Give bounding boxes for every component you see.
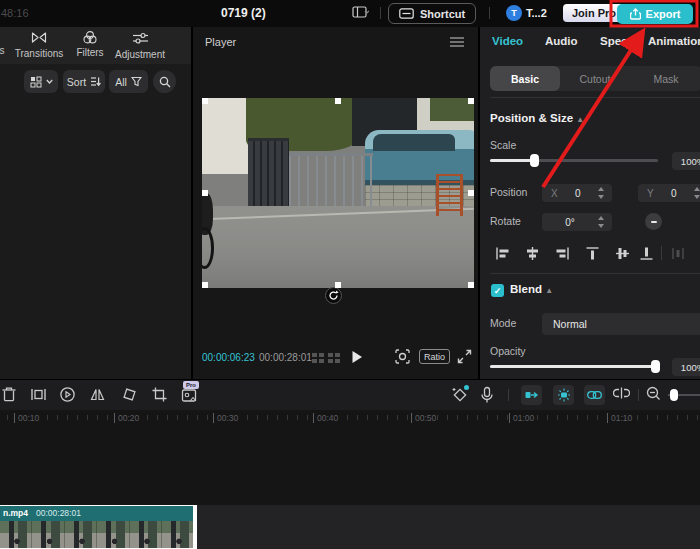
video-preview[interactable] xyxy=(202,98,474,288)
tab-video[interactable]: Video xyxy=(492,35,523,47)
rotate-icon[interactable] xyxy=(121,386,139,404)
align-center-h-icon[interactable] xyxy=(524,245,541,262)
transform-handle[interactable] xyxy=(468,98,474,104)
stepper-icon[interactable] xyxy=(598,216,607,228)
shortcut-button[interactable]: Shortcut xyxy=(388,3,476,24)
ratio-button[interactable]: Ratio xyxy=(419,349,450,364)
timeline-clip[interactable]: n.mp4 00:00:28:01 xyxy=(0,505,197,549)
transform-handle[interactable] xyxy=(202,98,208,104)
flash-icon[interactable] xyxy=(553,385,574,405)
transform-handle[interactable] xyxy=(335,98,341,104)
opacity-value[interactable]: 100% xyxy=(672,358,700,376)
subtab-basic[interactable]: Basic xyxy=(490,66,560,91)
join-pro-button[interactable]: Join Pro xyxy=(563,4,625,22)
tab-adjustment[interactable]: Adjustment xyxy=(112,30,168,60)
divider xyxy=(490,273,700,274)
chevron-up-icon: ▲ xyxy=(545,286,553,295)
sort-button[interactable]: Sort xyxy=(63,70,105,93)
align-top-icon[interactable] xyxy=(584,245,601,262)
align-bottom-icon[interactable] xyxy=(638,245,655,262)
stepper-icon[interactable] xyxy=(598,187,607,199)
align-right-icon[interactable] xyxy=(554,245,571,262)
position-x-input[interactable]: X 0 xyxy=(542,184,612,202)
tab-filters[interactable]: Filters xyxy=(70,30,110,58)
zoom-slider-knob[interactable] xyxy=(670,389,678,401)
subtab-mask[interactable]: Mask xyxy=(630,66,700,91)
sort-label: Sort xyxy=(67,76,86,88)
divider xyxy=(490,97,700,98)
scale-slider-knob[interactable] xyxy=(530,154,539,167)
search-button[interactable] xyxy=(153,70,176,93)
search-icon xyxy=(159,76,171,88)
opacity-slider-knob[interactable] xyxy=(651,360,660,373)
mirror-icon[interactable] xyxy=(89,386,107,404)
tab-transitions[interactable]: Transitions xyxy=(10,30,68,59)
subtab-cutout[interactable]: Cutout xyxy=(560,66,630,91)
filter-button[interactable]: All xyxy=(109,70,148,93)
link-icon[interactable] xyxy=(584,385,605,405)
top-bar: 48:16 0719 (2) Shortcut T T...2 Join Pro… xyxy=(0,0,700,27)
tab-speed[interactable]: Speed xyxy=(600,35,635,47)
blend-checkbox[interactable]: ✓ xyxy=(491,284,504,297)
align-middle-v-icon[interactable] xyxy=(614,245,631,262)
timeline-ruler[interactable]: 00:10 00:20 00:30 00:40 00:50 01:00 01:1… xyxy=(0,411,700,427)
blend-mode-value: Normal xyxy=(553,318,587,330)
filter-funnel-icon xyxy=(131,76,142,87)
view-mode-button[interactable] xyxy=(24,70,58,93)
account-name[interactable]: T...2 xyxy=(526,7,547,19)
unlink-icon[interactable] xyxy=(613,386,631,404)
join-pro-label: Join Pro xyxy=(572,7,616,19)
position-size-header[interactable]: Position & Size ▲ xyxy=(490,112,584,124)
media-panel: s Transitions Filters Adjustment xyxy=(0,27,191,379)
zoom-out-icon[interactable] xyxy=(646,386,664,404)
transform-handle[interactable] xyxy=(202,282,208,288)
avatar[interactable]: T xyxy=(506,5,522,21)
align-left-icon[interactable] xyxy=(494,245,511,262)
app-root: 48:16 0719 (2) Shortcut T T...2 Join Pro… xyxy=(0,0,700,549)
scale-slider[interactable] xyxy=(490,159,658,162)
play-icon[interactable] xyxy=(351,350,363,364)
blend-header[interactable]: Blend ▲ xyxy=(510,283,553,295)
blend-mode-label: Mode xyxy=(490,317,516,329)
video-track: n.mp4 00:00:28:01 xyxy=(0,505,700,549)
topbar-divider xyxy=(380,7,381,19)
frame-grid-icon[interactable] xyxy=(312,353,324,363)
distribute-icon[interactable] xyxy=(670,245,687,262)
focus-icon[interactable] xyxy=(395,349,410,364)
fullscreen-icon[interactable] xyxy=(457,349,472,364)
filters-icon xyxy=(70,30,110,47)
transform-handle[interactable] xyxy=(468,190,474,196)
speed-icon[interactable] xyxy=(59,386,77,404)
scale-value[interactable]: 100% xyxy=(672,152,700,170)
export-button[interactable]: Export xyxy=(617,4,693,24)
transform-handle[interactable] xyxy=(335,282,341,288)
tab-clipped[interactable]: s xyxy=(0,45,8,56)
chevron-down-icon xyxy=(46,79,53,84)
menu-icon[interactable] xyxy=(450,37,464,47)
keyframe-icon[interactable] xyxy=(521,385,542,405)
transform-handle[interactable] xyxy=(202,190,208,196)
total-time: 00:00:28:01 xyxy=(259,352,312,363)
layout-icon[interactable] xyxy=(352,5,369,20)
ruler-label: 00:40 xyxy=(313,413,338,423)
stepper-icon[interactable] xyxy=(694,187,700,199)
rotate-knob-icon[interactable] xyxy=(645,213,662,230)
player-controls: 00:00:06:23 00:00:28:01 Ratio xyxy=(193,345,478,371)
smart-tool-icon[interactable] xyxy=(181,388,199,406)
frame-grid-icon[interactable] xyxy=(328,353,340,363)
crop-icon[interactable] xyxy=(151,386,169,404)
tab-audio[interactable]: Audio xyxy=(545,35,578,47)
tab-animation[interactable]: Animation xyxy=(648,35,700,47)
rotate-label: Rotate xyxy=(490,215,521,227)
clip-trim-handle[interactable] xyxy=(193,506,197,549)
mic-icon[interactable] xyxy=(479,386,497,404)
split-icon[interactable] xyxy=(30,386,48,404)
rotate-input[interactable]: 0° xyxy=(542,213,612,231)
delete-icon[interactable] xyxy=(1,386,19,404)
position-y-input[interactable]: Y 0 xyxy=(638,184,700,202)
opacity-slider[interactable] xyxy=(490,365,658,368)
blend-mode-select[interactable]: Normal xyxy=(542,313,700,335)
transform-handle[interactable] xyxy=(468,282,474,288)
share-icon xyxy=(630,8,641,20)
rotate-handle-icon[interactable] xyxy=(325,287,342,304)
